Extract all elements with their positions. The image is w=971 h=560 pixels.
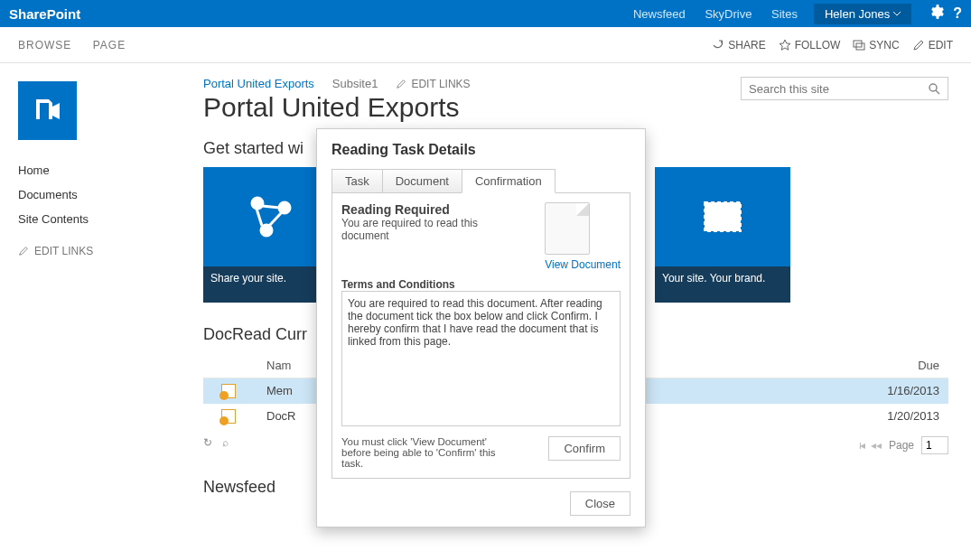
confirm-note: You must click 'View Document' before be… [341,436,504,469]
modal-panel: Reading Required You are required to rea… [331,192,630,479]
breadcrumb-subsite[interactable]: Subsite1 [332,77,378,90]
search-icon[interactable] [928,82,940,95]
action-edit[interactable]: EDIT [912,39,953,51]
document-icon [221,384,236,398]
tile-brand[interactable]: Your site. Your brand. [655,167,790,303]
breadcrumb-site[interactable]: Portal United Exports [203,77,314,90]
suite-bar: SharePoint Newsfeed SkyDrive Sites Helen… [0,0,971,27]
sync-icon [853,39,865,51]
nav-skydrive[interactable]: SkyDrive [705,7,752,21]
confirm-button[interactable]: Confirm [548,436,621,461]
star-icon [779,39,791,51]
terms-label: Terms and Conditions [341,278,621,291]
action-follow[interactable]: FOLLOW [779,39,841,51]
svg-point-3 [252,198,263,209]
pencil-icon [18,246,29,257]
view-document-link[interactable]: View Document [545,258,621,271]
nav-newsfeed[interactable]: Newsfeed [633,7,686,21]
brand-label: SharePoint [9,6,80,22]
close-button[interactable]: Close [570,491,630,516]
svg-point-2 [929,84,937,91]
modal-tab-task[interactable]: Task [331,169,383,193]
reading-required-desc: You are required to read this document [341,217,495,242]
search-box[interactable] [741,77,948,100]
modal-tab-document[interactable]: Document [382,169,462,193]
site-logo[interactable] [18,81,77,140]
document-large-icon [545,202,590,255]
help-icon[interactable]: ? [953,5,962,22]
svg-point-11 [727,207,733,212]
user-name: Helen Jones [825,7,890,21]
modal-tabs: Task Document Confirmation [331,169,630,193]
sidebar-item-site-contents[interactable]: Site Contents [0,207,181,231]
suite-nav: Newsfeed SkyDrive Sites [633,7,814,21]
modal-tab-confirmation[interactable]: Confirmation [462,169,556,193]
ribbon: BROWSE PAGE SHARE FOLLOW SYNC EDIT [0,27,971,63]
document-icon [221,409,236,424]
pager-page-input[interactable] [921,436,948,454]
search-small-icon[interactable]: ⌕ [222,436,229,449]
sidebar-item-home[interactable]: Home [0,158,181,182]
terms-textarea[interactable] [341,291,621,426]
breadcrumb-edit-links[interactable]: EDIT LINKS [396,78,470,90]
pencil-icon [396,79,406,89]
sidebar: Home Documents Site Contents EDIT LINKS [0,63,181,560]
refresh-icon[interactable]: ↻ [203,436,212,449]
reading-task-modal: Reading Task Details Task Document Confi… [316,128,646,527]
chevron-down-icon [893,10,901,17]
sidebar-edit-links[interactable]: EDIT LINKS [0,231,181,271]
col-header-due[interactable]: Due [840,359,948,372]
pager-page-label: Page [889,439,914,452]
nav-sites[interactable]: Sites [771,7,798,21]
pencil-icon [912,39,925,51]
ribbon-tab-browse[interactable]: BROWSE [18,39,71,51]
reading-required-heading: Reading Required [341,202,495,217]
sidebar-item-documents[interactable]: Documents [0,182,181,207]
ribbon-tab-page[interactable]: PAGE [93,39,126,51]
gear-icon[interactable] [929,5,944,23]
modal-title: Reading Task Details [331,142,630,158]
user-menu[interactable]: Helen Jones [814,4,911,24]
action-sync[interactable]: SYNC [853,39,899,51]
share-icon [712,39,724,51]
search-input[interactable] [749,82,928,96]
pager-prev-icon[interactable]: ◂◂ [871,439,882,452]
pager-first-icon[interactable]: ı◂ [859,439,864,452]
action-share[interactable]: SHARE [712,39,765,51]
